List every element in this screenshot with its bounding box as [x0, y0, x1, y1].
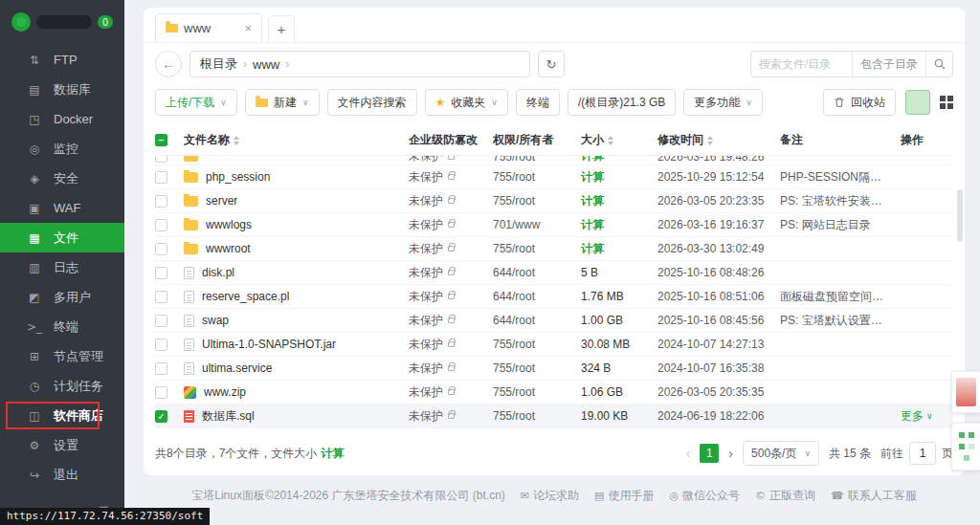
table-row-server[interactable]: server 未保护 755/root 计算 2026-03-05 20:23:… — [155, 189, 953, 213]
file-name[interactable]: php_session — [206, 170, 270, 184]
search-input[interactable] — [751, 57, 852, 71]
protect-cell[interactable]: 未保护 — [409, 384, 493, 401]
row-checkbox[interactable] — [155, 362, 167, 375]
protect-cell[interactable]: 未保护 — [409, 289, 493, 305]
file-size[interactable]: 1.00 GB — [581, 314, 657, 327]
current-page-button[interactable]: 1 — [700, 444, 719, 463]
protect-cell[interactable]: 未保护 — [409, 241, 493, 257]
column-header[interactable]: 备注 — [780, 132, 901, 148]
sidebar-item-cron[interactable]: ◷ 计划任务 — [0, 371, 124, 401]
sidebar-item-settings[interactable]: ⚙ 设置 — [0, 430, 124, 460]
row-checkbox[interactable] — [155, 386, 167, 399]
tab-close-icon[interactable]: × — [231, 21, 252, 35]
file-name[interactable]: swap — [202, 314, 229, 327]
file-size[interactable]: 计算 — [581, 156, 657, 164]
file-note[interactable]: PS: 宝塔默认设置的SWAP交换... — [780, 313, 901, 329]
path-input[interactable] — [295, 57, 520, 71]
protect-cell[interactable]: 未保护 — [409, 265, 493, 281]
favorites-button[interactable]: ★ 收藏夹 ∨ — [425, 89, 508, 116]
breadcrumb-current[interactable]: www — [253, 57, 279, 72]
row-checkbox[interactable] — [155, 410, 167, 423]
grid-view-icon[interactable] — [940, 96, 953, 109]
row-checkbox[interactable] — [155, 315, 167, 327]
sidebar-item-waf[interactable]: ▣ WAF — [0, 193, 124, 223]
column-header[interactable]: 权限/所有者 — [493, 132, 581, 148]
column-header[interactable]: 企业级防篡改 — [409, 132, 493, 148]
row-checkbox[interactable] — [155, 195, 167, 208]
row-checkbox[interactable] — [155, 171, 167, 184]
file-name[interactable]: reserve_space.pl — [202, 290, 289, 303]
search-icon[interactable] — [925, 52, 952, 77]
sidebar-item-security[interactable]: ◈ 安全 — [0, 164, 124, 193]
page-size-select[interactable]: 500条/页 ∨ — [743, 441, 819, 466]
scrollbar-thumb[interactable] — [957, 189, 963, 242]
table-row-php_session[interactable]: php_session 未保护 755/root 计算 2025-10-29 1… — [155, 165, 953, 189]
floating-qr-widget[interactable] — [951, 423, 980, 470]
terminal-button[interactable]: 终端 — [516, 89, 560, 116]
row-checkbox[interactable] — [155, 267, 167, 279]
file-size[interactable]: 计算 — [581, 169, 657, 186]
file-size[interactable]: 324 B — [581, 361, 657, 375]
file-size[interactable]: 5 B — [581, 266, 657, 279]
file-size[interactable]: 1.06 GB — [581, 385, 657, 399]
protect-cell[interactable]: 未保护 — [409, 217, 493, 233]
sort-icons[interactable] — [234, 136, 239, 145]
refresh-button[interactable]: ↻ — [538, 51, 565, 77]
footer-link[interactable]: ✉ 论坛求助 — [521, 488, 579, 504]
table-row-wwwroot[interactable]: wwwroot 未保护 755/root 计算 2026-03-30 13:02… — [155, 237, 953, 261]
row-checkbox[interactable] — [155, 219, 167, 231]
file-note[interactable]: 面板磁盘预留空间文件,可以删除 — [780, 289, 901, 305]
recycle-bin-button[interactable]: 回收站 — [823, 89, 896, 116]
file-name[interactable]: Ultima-1.0-SNAPSHOT.jar — [202, 338, 336, 351]
breadcrumb-root[interactable]: 根目录 — [200, 55, 237, 73]
row-more-button[interactable]: 更多 — [901, 408, 924, 425]
add-tab-button[interactable]: + — [268, 15, 295, 42]
file-size[interactable]: 1.76 MB — [581, 290, 657, 303]
column-header[interactable]: 文件名称 — [184, 132, 409, 148]
file-size[interactable]: 计算 — [581, 217, 657, 233]
footer-link[interactable]: © 正版查询 — [755, 488, 815, 504]
bt-logo[interactable] — [11, 12, 31, 32]
footer-link[interactable]: ☎ 联系人工客服 — [831, 488, 917, 504]
floating-promo-widget[interactable] — [951, 371, 980, 413]
sidebar-item-database[interactable]: ▤ 数据库 — [0, 75, 124, 104]
protect-cell[interactable]: 未保护 — [409, 156, 493, 164]
sort-icons[interactable] — [707, 136, 713, 145]
include-subdir-toggle[interactable]: 包含子目录 — [852, 52, 925, 77]
footer-link[interactable]: ▤ 使用手册 — [594, 488, 654, 504]
sidebar-item-monitor[interactable]: ◎ 监控 — [0, 134, 124, 164]
protect-cell[interactable]: 未保护 — [409, 408, 493, 425]
row-checkbox[interactable] — [155, 156, 167, 163]
more-functions-button[interactable]: 更多功能 ∨ — [683, 89, 763, 116]
table-row[interactable]: ultima.service 未保护 755/root 324 B 2024-1… — [155, 357, 953, 381]
sidebar-item-docker[interactable]: ◳ Docker — [0, 104, 124, 134]
row-checkbox[interactable] — [155, 291, 167, 303]
column-header[interactable]: 大小 — [581, 132, 657, 148]
file-name[interactable]: server — [206, 194, 237, 208]
table-row[interactable]: reserve_space.pl 未保护 644/root 1.76 MB 20… — [155, 285, 953, 309]
file-note[interactable]: PS: 网站日志目录 — [780, 217, 901, 233]
sidebar-item-logs[interactable]: ▥ 日志 — [0, 252, 124, 282]
protect-cell[interactable]: 未保护 — [409, 193, 493, 209]
disk-select-button[interactable]: /(根目录)21.3 GB — [568, 89, 676, 116]
file-name[interactable]: ultima.service — [202, 361, 272, 375]
next-page-button[interactable]: › — [728, 446, 733, 461]
file-size[interactable]: 计算 — [581, 241, 657, 257]
row-checkbox[interactable] — [155, 243, 167, 255]
sort-icons[interactable] — [608, 136, 613, 145]
back-button[interactable]: ← — [155, 51, 182, 77]
sidebar-item-appstore[interactable]: ◫ 软件商店 — [0, 401, 124, 430]
sidebar-item-terminal[interactable]: >_ 终端 — [0, 312, 124, 341]
file-size[interactable]: 19.00 KB — [581, 409, 657, 423]
tab-www[interactable]: www × — [155, 13, 262, 42]
file-name[interactable]: wwwroot — [206, 242, 251, 255]
table-row[interactable]: 数据库.sql 未保护 755/root 19.00 KB 2024-06-19… — [155, 405, 953, 428]
table-row-swap[interactable]: swap 未保护 644/root 1.00 GB 2025-10-16 08:… — [155, 309, 953, 333]
file-name[interactable]: disk.pl — [202, 266, 234, 279]
footer-link[interactable]: ◎ 微信公众号 — [669, 488, 740, 504]
image-preview-button[interactable] — [905, 90, 930, 115]
table-row[interactable]: www.zip 未保护 755/root 1.06 GB 2026-03-05 … — [155, 381, 953, 405]
new-button[interactable]: 新建 ∨ — [245, 89, 320, 116]
calculate-size-link[interactable]: 计算 — [321, 446, 344, 462]
sidebar-item-ftp[interactable]: ⇅ FTP — [0, 45, 124, 75]
